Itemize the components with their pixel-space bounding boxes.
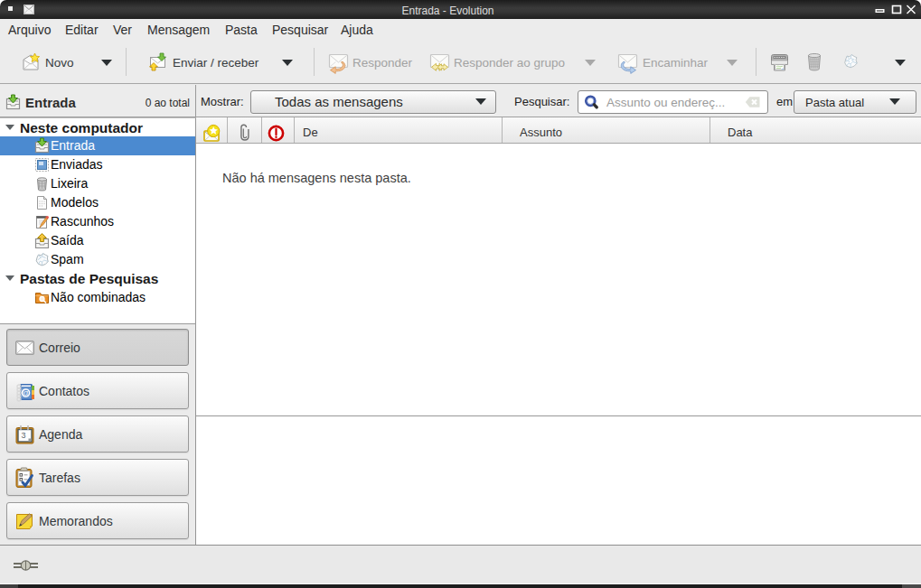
svg-text:@: @ — [22, 388, 30, 397]
svg-text:3: 3 — [21, 431, 25, 440]
